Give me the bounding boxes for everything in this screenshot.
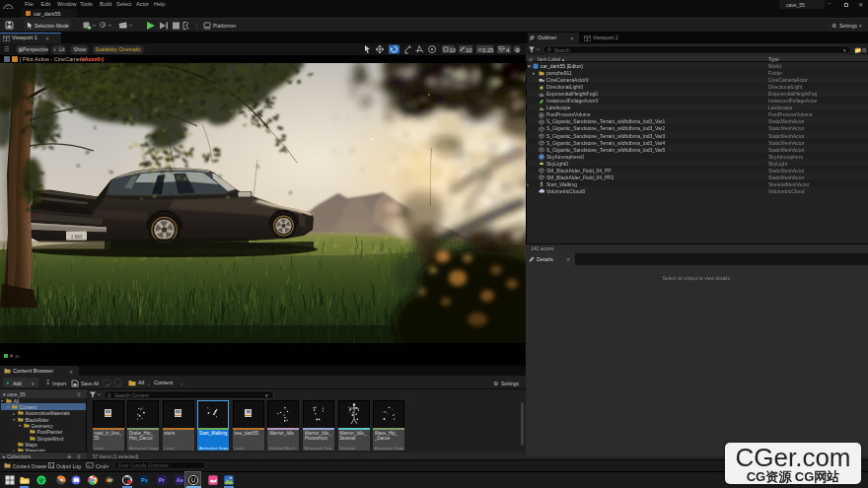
svg-text:Ae: Ae: [176, 477, 182, 483]
svg-text:30: 30: [15, 354, 20, 359]
svg-text:1 963: 1 963: [71, 235, 83, 240]
svg-text:10: 10: [450, 47, 457, 53]
svg-text:0.25: 0.25: [482, 47, 494, 53]
svg-text:Pr: Pr: [159, 477, 166, 483]
svg-text:Ps: Ps: [141, 477, 148, 483]
svg-text:⚙: ⚙: [515, 47, 520, 53]
svg-text:10: 10: [466, 47, 472, 53]
